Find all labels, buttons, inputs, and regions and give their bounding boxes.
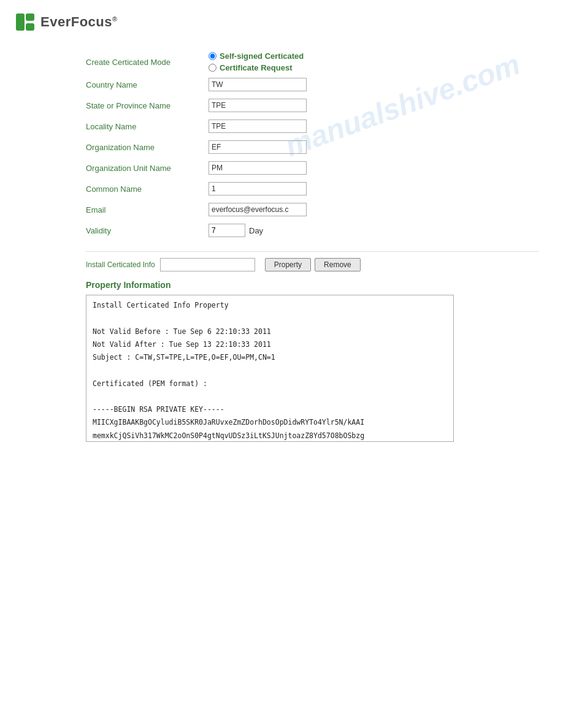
main-content: manualshive.com Create Certicated Mode S… bbox=[0, 39, 563, 454]
country-input[interactable] bbox=[209, 78, 307, 91]
property-box[interactable]: Install Certicated Info Property Not Val… bbox=[86, 295, 453, 441]
org-unit-input[interactable] bbox=[209, 161, 307, 175]
svg-rect-1 bbox=[26, 13, 34, 21]
state-label: State or Province Name bbox=[86, 101, 209, 110]
property-content-title: Install Certicated Info Property bbox=[93, 300, 447, 311]
install-input[interactable] bbox=[160, 258, 255, 271]
property-subject: Subject : C=TW,ST=TPE,L=TPE,O=EF,OU=PM,C… bbox=[93, 352, 447, 363]
create-mode-row: Create Certicated Mode Self-signed Certi… bbox=[86, 51, 538, 72]
locality-label: Locality Name bbox=[86, 122, 209, 131]
btn-group: Property Remove bbox=[265, 258, 361, 271]
email-label: Email bbox=[86, 205, 209, 214]
locality-row: Locality Name bbox=[86, 118, 538, 135]
radio-cert-request-input[interactable] bbox=[209, 64, 216, 72]
logo-icon bbox=[15, 11, 37, 33]
property-pem-line-1: memxkCjQSiVh317WkMC2oOnS0P4gtNqvUDSz3iLt… bbox=[93, 431, 447, 441]
property-cert-format: Certificated (PEM format) : bbox=[93, 379, 447, 389]
svg-rect-0 bbox=[16, 13, 25, 31]
remove-button[interactable]: Remove bbox=[315, 258, 361, 271]
country-row: Country Name bbox=[86, 76, 538, 93]
validity-input[interactable] bbox=[209, 224, 245, 237]
property-blank3 bbox=[93, 392, 447, 402]
email-row: Email bbox=[86, 201, 538, 218]
property-blank2 bbox=[93, 365, 447, 376]
radio-self-signed-input[interactable] bbox=[209, 52, 216, 60]
svg-rect-2 bbox=[26, 23, 34, 31]
property-not-valid-before: Not Valid Before : Tue Sep 6 22:10:33 20… bbox=[93, 327, 447, 337]
country-label: Country Name bbox=[86, 80, 209, 89]
radio-cert-request-label: Certificate Request bbox=[220, 63, 292, 72]
org-unit-label: Organization Unit Name bbox=[86, 164, 209, 173]
divider bbox=[86, 251, 538, 252]
install-label: Install Certicated Info bbox=[86, 260, 155, 269]
validity-unit: Day bbox=[249, 226, 263, 235]
radio-cert-request[interactable]: Certificate Request bbox=[209, 63, 304, 72]
header: EverFocus® bbox=[0, 0, 563, 39]
validity-input-group: Day bbox=[209, 224, 263, 237]
org-unit-row: Organization Unit Name bbox=[86, 159, 538, 176]
property-pem-line-0: MIICXgIBAAKBgOCyludiB5SKR0JaRUvxeZmZDorh… bbox=[93, 417, 447, 428]
validity-label: Validity bbox=[86, 226, 209, 235]
logo-text: EverFocus® bbox=[40, 14, 118, 30]
radio-self-signed-label: Self-signed Certicated bbox=[220, 51, 304, 61]
property-pem-begin: -----BEGIN RSA PRIVATE KEY----- bbox=[93, 404, 447, 415]
common-row: Common Name bbox=[86, 180, 538, 197]
org-row: Organization Name bbox=[86, 138, 538, 156]
property-not-valid-after: Not Valid After : Tue Sep 13 22:10:33 20… bbox=[93, 339, 447, 350]
radio-self-signed[interactable]: Self-signed Certicated bbox=[209, 51, 304, 61]
property-section: Property Information Install Certicated … bbox=[86, 280, 538, 442]
property-button[interactable]: Property bbox=[265, 258, 311, 271]
validity-row: Validity Day bbox=[86, 222, 538, 239]
state-input[interactable] bbox=[209, 99, 307, 112]
locality-input[interactable] bbox=[209, 119, 307, 133]
common-label: Common Name bbox=[86, 184, 209, 194]
org-label: Organization Name bbox=[86, 143, 209, 152]
create-mode-label: Create Certicated Mode bbox=[86, 58, 209, 67]
logo-container: EverFocus® bbox=[15, 11, 548, 33]
property-title: Property Information bbox=[86, 280, 538, 290]
form-section: Create Certicated Mode Self-signed Certi… bbox=[86, 51, 538, 239]
org-input[interactable] bbox=[209, 140, 307, 154]
property-box-wrapper: Install Certicated Info Property Not Val… bbox=[86, 295, 454, 442]
property-blank1 bbox=[93, 313, 447, 324]
email-input[interactable] bbox=[209, 203, 307, 216]
radio-group: Self-signed Certicated Certificate Reque… bbox=[209, 51, 304, 72]
state-row: State or Province Name bbox=[86, 97, 538, 114]
common-input[interactable] bbox=[209, 182, 307, 195]
install-row: Install Certicated Info Property Remove bbox=[86, 258, 454, 271]
